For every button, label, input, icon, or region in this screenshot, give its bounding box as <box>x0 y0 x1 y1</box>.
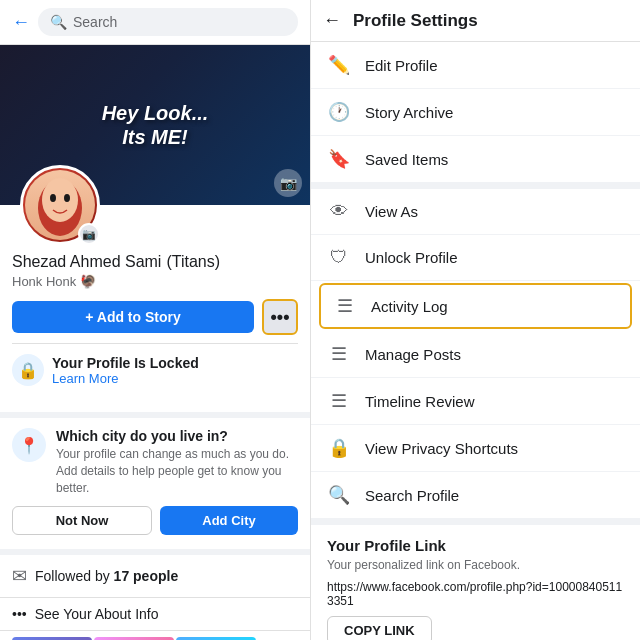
add-city-button[interactable]: Add City <box>160 506 298 535</box>
manage-posts-label: Manage Posts <box>365 346 461 363</box>
city-info: Which city do you live in? Your profile … <box>56 428 298 496</box>
followed-row: ✉ Followed by 17 people <box>0 549 310 597</box>
lock-icon: 🔒 <box>12 354 44 386</box>
cover-text: Hey Look... Its ME! <box>102 101 209 149</box>
edit-profile-label: Edit Profile <box>365 57 438 74</box>
top-bar: ← 🔍 Search <box>0 0 310 45</box>
profile-bio: Honk Honk 🦃 <box>12 274 298 289</box>
menu-item-search-profile[interactable]: 🔍 Search Profile <box>311 472 640 519</box>
add-to-story-button[interactable]: + Add to Story <box>12 301 254 333</box>
menu-item-story-archive[interactable]: 🕐 Story Archive <box>311 89 640 136</box>
story-archive-icon: 🕐 <box>327 101 351 123</box>
story-archive-label: Story Archive <box>365 104 453 121</box>
cover-camera-icon[interactable]: 📷 <box>274 169 302 197</box>
view-as-label: View As <box>365 203 418 220</box>
menu-item-privacy-shortcuts[interactable]: 🔒 View Privacy Shortcuts <box>311 425 640 472</box>
city-description: Your profile can change as much as you d… <box>56 446 298 496</box>
avatar-camera-icon[interactable]: 📷 <box>78 223 100 245</box>
menu-item-manage-posts[interactable]: ☰ Manage Posts <box>311 331 640 378</box>
menu-list: ✏️ Edit Profile 🕐 Story Archive 🔖 Saved … <box>311 42 640 519</box>
followed-text: Followed by 17 people <box>35 568 178 584</box>
envelope-icon: ✉ <box>12 565 27 587</box>
profile-link-title: Your Profile Link <box>327 537 624 554</box>
dots-icon: ••• <box>12 606 27 622</box>
svg-point-1 <box>42 178 78 222</box>
search-profile-icon: 🔍 <box>327 484 351 506</box>
search-box[interactable]: 🔍 Search <box>38 8 298 36</box>
privacy-shortcuts-label: View Privacy Shortcuts <box>365 440 518 457</box>
menu-item-saved-items[interactable]: 🔖 Saved Items <box>311 136 640 183</box>
city-actions: Not Now Add City <box>12 506 298 535</box>
view-as-icon: 👁 <box>327 201 351 222</box>
saved-items-icon: 🔖 <box>327 148 351 170</box>
manage-posts-icon: ☰ <box>327 343 351 365</box>
copy-link-button[interactable]: COPY LINK <box>327 616 432 640</box>
profile-link-url: https://www.facebook.com/profile.php?id=… <box>327 580 624 608</box>
profile-section: 📷 Shezad Ahmed Sami (Titans) Honk Honk 🦃… <box>0 205 310 408</box>
city-header: 📍 Which city do you live in? Your profil… <box>12 428 298 496</box>
right-panel: ← Profile Settings ✏️ Edit Profile 🕐 Sto… <box>310 0 640 640</box>
search-profile-label: Search Profile <box>365 487 459 504</box>
timeline-review-icon: ☰ <box>327 390 351 412</box>
photos-row <box>0 630 310 640</box>
menu-item-view-as[interactable]: 👁 View As <box>311 189 640 235</box>
learn-more-link[interactable]: Learn More <box>52 371 199 386</box>
right-title: Profile Settings <box>353 11 478 31</box>
search-icon: 🔍 <box>50 14 67 30</box>
right-header: ← Profile Settings <box>311 0 640 42</box>
city-prompt: 📍 Which city do you live in? Your profil… <box>0 412 310 545</box>
back-icon[interactable]: ← <box>12 12 30 33</box>
profile-name: Shezad Ahmed Sami (Titans) <box>12 251 298 272</box>
privacy-shortcuts-icon: 🔒 <box>327 437 351 459</box>
locked-title: Your Profile Is Locked <box>52 355 199 371</box>
activity-log-icon: ☰ <box>333 295 357 317</box>
menu-item-unlock-profile[interactable]: 🛡 Unlock Profile <box>311 235 640 281</box>
timeline-review-label: Timeline Review <box>365 393 474 410</box>
profile-link-desc: Your personalized link on Facebook. <box>327 558 624 572</box>
right-back-arrow[interactable]: ← <box>323 10 341 31</box>
unlock-profile-icon: 🛡 <box>327 247 351 268</box>
edit-profile-icon: ✏️ <box>327 54 351 76</box>
saved-items-label: Saved Items <box>365 151 448 168</box>
profile-link-section: Your Profile Link Your personalized link… <box>311 525 640 640</box>
menu-item-edit-profile[interactable]: ✏️ Edit Profile <box>311 42 640 89</box>
about-row[interactable]: ••• See Your About Info <box>0 597 310 630</box>
activity-log-label: Activity Log <box>371 298 448 315</box>
unlock-profile-label: Unlock Profile <box>365 249 458 266</box>
left-panel: ← 🔍 Search Hey Look... Its ME! 📷 <box>0 0 310 640</box>
svg-point-2 <box>50 194 56 202</box>
menu-item-timeline-review[interactable]: ☰ Timeline Review <box>311 378 640 425</box>
action-row: + Add to Story ••• <box>12 299 298 335</box>
locked-info: Your Profile Is Locked Learn More <box>52 355 199 386</box>
search-placeholder: Search <box>73 14 117 30</box>
menu-item-activity-log[interactable]: ☰ Activity Log <box>319 283 632 329</box>
city-title: Which city do you live in? <box>56 428 298 444</box>
locked-profile-row: 🔒 Your Profile Is Locked Learn More <box>12 343 298 396</box>
more-options-button[interactable]: ••• <box>262 299 298 335</box>
not-now-button[interactable]: Not Now <box>12 506 152 535</box>
avatar-wrapper: 📷 <box>20 165 100 245</box>
city-location-icon: 📍 <box>12 428 46 462</box>
about-label: See Your About Info <box>35 606 159 622</box>
svg-point-3 <box>64 194 70 202</box>
